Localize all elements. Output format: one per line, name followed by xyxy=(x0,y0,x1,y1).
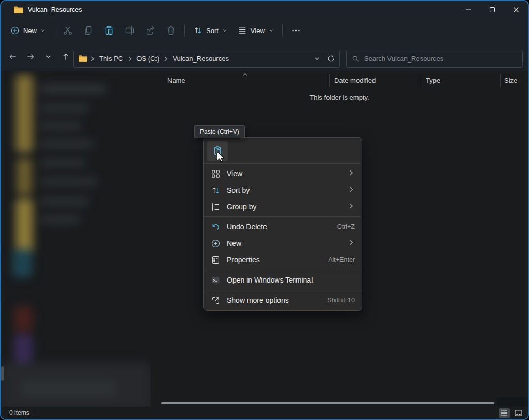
address-dropdown-icon[interactable] xyxy=(314,55,320,62)
search-input[interactable] xyxy=(364,55,517,63)
items-count: 0 items xyxy=(9,409,29,416)
folder-icon xyxy=(78,55,88,63)
view-list-icon xyxy=(238,26,247,35)
context-menu: View Sort by Group by Undo Delete Ctrl+Z… xyxy=(203,137,362,311)
file-explorer-window: Vulcan_Resources New xyxy=(0,0,529,420)
status-bar: 0 items xyxy=(1,407,528,419)
sort-button[interactable]: Sort xyxy=(188,22,232,39)
menu-item-label: Show more options xyxy=(227,296,289,304)
status-divider xyxy=(36,410,36,416)
paste-icon xyxy=(104,25,114,36)
sort-ascending-icon xyxy=(242,71,248,78)
properties-icon xyxy=(211,255,221,265)
maximize-button[interactable] xyxy=(480,1,504,18)
share-icon xyxy=(145,25,155,36)
up-button[interactable] xyxy=(57,48,74,66)
menu-item-undo-delete[interactable]: Undo Delete Ctrl+Z xyxy=(206,219,360,235)
copy-button[interactable] xyxy=(78,22,99,39)
column-header-size[interactable]: Size xyxy=(504,76,517,84)
toolbar-separator xyxy=(54,24,54,37)
submenu-chevron-icon xyxy=(347,185,355,193)
view-button[interactable]: View xyxy=(232,22,279,39)
plus-circle-icon xyxy=(211,239,221,248)
breadcrumb-bar[interactable]: This PC OS (C:) Vulcan_Resources xyxy=(73,50,340,68)
menu-separator xyxy=(204,270,361,270)
rename-button[interactable] xyxy=(119,22,140,39)
back-arrow-icon xyxy=(8,52,18,61)
command-toolbar: New Sort View xyxy=(1,19,528,42)
breadcrumb-this-pc[interactable]: This PC xyxy=(97,55,125,63)
forward-button[interactable] xyxy=(22,48,39,66)
group-list-icon xyxy=(211,202,221,212)
column-divider[interactable] xyxy=(329,74,330,87)
menu-item-label: Sort by xyxy=(227,186,250,194)
column-divider[interactable] xyxy=(500,74,501,87)
close-button[interactable] xyxy=(504,1,528,18)
title-bar: Vulcan_Resources xyxy=(1,1,528,18)
column-headers: Name Date modified Type Size xyxy=(151,73,528,88)
navigation-pane-blur xyxy=(1,71,151,407)
recent-locations-button[interactable] xyxy=(39,48,57,66)
details-view-icon xyxy=(501,410,508,416)
sidebar-scrollbar[interactable] xyxy=(1,366,4,381)
column-header-date-modified[interactable]: Date modified xyxy=(334,76,376,84)
menu-item-label: New xyxy=(227,239,241,247)
new-button-label: New xyxy=(23,27,37,35)
menu-item-new[interactable]: New xyxy=(206,235,360,252)
column-header-name[interactable]: Name xyxy=(167,76,185,84)
menu-item-label: Group by xyxy=(227,203,257,211)
expand-icon xyxy=(211,295,221,305)
new-button[interactable]: New xyxy=(5,22,51,39)
cut-icon xyxy=(63,25,73,36)
paste-button[interactable] xyxy=(99,22,119,39)
ellipsis-icon xyxy=(291,26,301,35)
menu-item-show-more-options[interactable]: Show more options Shift+F10 xyxy=(206,292,360,308)
minimize-icon xyxy=(465,7,472,13)
share-button[interactable] xyxy=(140,22,161,39)
paste-tooltip: Paste (Ctrl+V) xyxy=(194,125,245,138)
toolbar-separator xyxy=(184,24,185,37)
column-header-type[interactable]: Type xyxy=(426,76,440,84)
breadcrumb-current-folder[interactable]: Vulcan_Resources xyxy=(170,55,231,63)
breadcrumb-drive[interactable]: OS (C:) xyxy=(134,55,161,63)
menu-item-group-by[interactable]: Group by xyxy=(206,198,360,215)
menu-item-shortcut: Alt+Enter xyxy=(328,256,355,263)
chevron-down-icon xyxy=(40,28,45,33)
submenu-chevron-icon xyxy=(347,202,355,210)
menu-item-label: Properties xyxy=(227,256,260,264)
menu-item-label: Undo Delete xyxy=(227,223,267,231)
sort-arrows-icon xyxy=(193,26,203,35)
folder-icon xyxy=(13,6,24,14)
breadcrumb-chevron-icon xyxy=(162,55,169,63)
navigation-pane[interactable] xyxy=(1,71,151,407)
submenu-chevron-icon xyxy=(347,239,355,246)
thumbnails-view-button[interactable] xyxy=(512,408,524,418)
search-icon xyxy=(352,55,360,63)
mouse-cursor xyxy=(216,151,225,163)
context-menu-icon-row xyxy=(204,140,362,162)
grid-icon xyxy=(211,169,221,179)
refresh-icon[interactable] xyxy=(326,54,335,63)
horizontal-scrollbar[interactable] xyxy=(161,402,494,404)
menu-item-properties[interactable]: Properties Alt+Enter xyxy=(206,252,360,268)
see-more-button[interactable] xyxy=(286,22,306,39)
maximize-icon xyxy=(489,7,495,13)
menu-item-sort-by[interactable]: Sort by xyxy=(206,182,360,198)
menu-item-shortcut: Ctrl+Z xyxy=(337,223,355,230)
menu-separator xyxy=(204,216,361,217)
recent-chevron-icon xyxy=(45,53,52,60)
minimize-button[interactable] xyxy=(457,1,480,18)
details-view-button[interactable] xyxy=(499,408,510,418)
address-row: This PC OS (C:) Vulcan_Resources xyxy=(1,43,528,70)
search-box[interactable] xyxy=(346,50,523,68)
menu-item-view[interactable]: View xyxy=(206,165,360,182)
rename-icon xyxy=(125,25,135,36)
sort-arrows-icon xyxy=(211,185,221,195)
breadcrumb-chevron-icon xyxy=(126,55,133,63)
menu-item-open-in-windows-terminal[interactable]: Open in Windows Terminal xyxy=(206,272,360,288)
column-divider[interactable] xyxy=(421,74,421,87)
back-button[interactable] xyxy=(4,48,22,66)
delete-button[interactable] xyxy=(161,22,181,39)
chevron-down-icon xyxy=(269,28,274,33)
cut-button[interactable] xyxy=(57,22,78,39)
